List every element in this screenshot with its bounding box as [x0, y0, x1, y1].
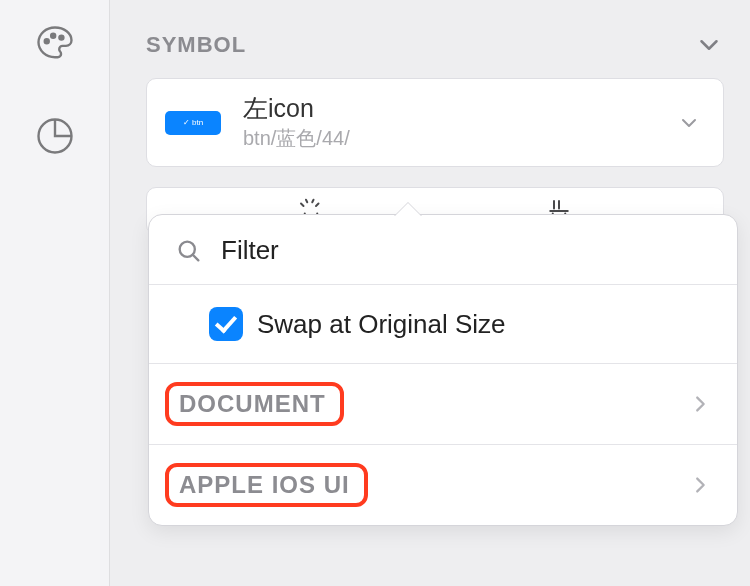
chevron-right-icon: [689, 393, 711, 415]
symbol-name: 左icon: [243, 93, 655, 123]
palette-icon[interactable]: [33, 22, 77, 66]
swap-option-row[interactable]: Swap at Original Size: [149, 285, 737, 364]
filter-input[interactable]: [221, 235, 711, 266]
library-row-apple-ios-ui[interactable]: APPLE IOS UI: [149, 445, 737, 525]
chevron-right-icon: [689, 474, 711, 496]
left-sidebar: [0, 0, 110, 586]
symbol-preview: ✓ btn: [165, 111, 221, 135]
checkbox-checked[interactable]: [209, 307, 243, 341]
search-icon: [175, 237, 203, 265]
symbol-preview-label: ✓ btn: [183, 118, 203, 127]
swap-label: Swap at Original Size: [257, 309, 506, 340]
library-row-document[interactable]: DOCUMENT: [149, 364, 737, 445]
pie-chart-icon[interactable]: [33, 114, 77, 158]
section-header[interactable]: SYMBOL: [146, 30, 724, 60]
svg-line-5: [193, 254, 199, 260]
svg-point-2: [59, 36, 63, 40]
symbol-instance-card[interactable]: ✓ btn 左icon btn/蓝色/44/: [146, 78, 724, 167]
section-title: SYMBOL: [146, 32, 246, 58]
library-label: DOCUMENT: [165, 382, 344, 426]
symbol-swap-popover: Swap at Original Size DOCUMENT APPLE IOS…: [148, 214, 738, 526]
svg-point-1: [51, 34, 55, 38]
filter-row: [149, 215, 737, 285]
library-label: APPLE IOS UI: [165, 463, 368, 507]
chevron-down-icon[interactable]: [677, 111, 701, 135]
symbol-text-block: 左icon btn/蓝色/44/: [243, 93, 655, 152]
symbol-path: btn/蓝色/44/: [243, 125, 655, 152]
chevron-down-icon: [694, 30, 724, 60]
svg-point-0: [44, 39, 48, 43]
